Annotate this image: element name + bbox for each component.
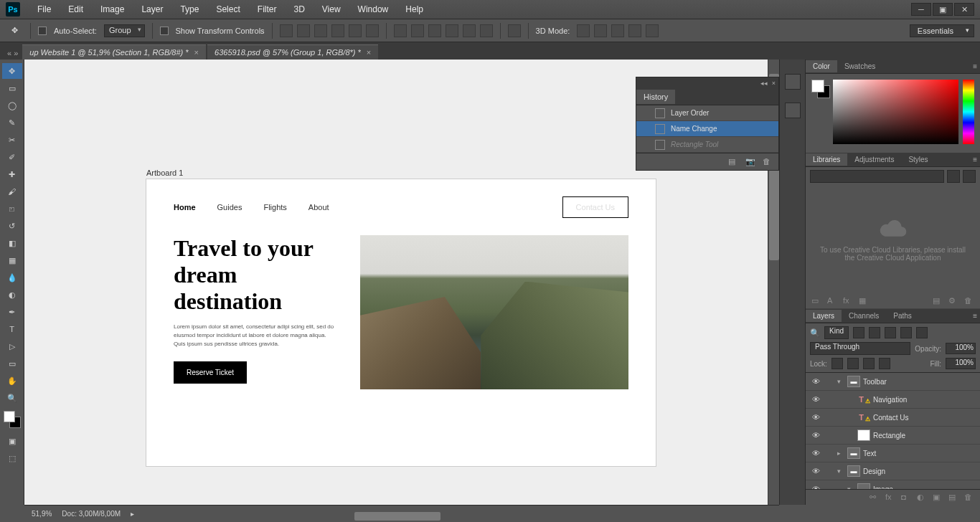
menu-select[interactable]: Select xyxy=(207,1,248,17)
expand-toggle[interactable]: ▸ xyxy=(837,450,844,457)
layer-row[interactable]: 👁▸▬Text xyxy=(806,445,980,462)
align-icon[interactable] xyxy=(280,24,293,37)
layer-name[interactable]: Text xyxy=(863,450,980,457)
fill-input[interactable]: 100% xyxy=(946,358,976,369)
tab-close-icon[interactable]: × xyxy=(194,48,199,57)
menu-help[interactable]: Help xyxy=(397,1,432,17)
close-panel-icon[interactable]: × xyxy=(772,80,776,87)
artboard[interactable]: Home Guides Flights About Contact Us Tra… xyxy=(146,179,656,466)
layers-tab[interactable]: Layers xyxy=(806,310,842,322)
history-tab[interactable]: History xyxy=(636,90,675,104)
tab-close-icon[interactable]: × xyxy=(367,48,371,57)
align-icon[interactable] xyxy=(366,24,379,37)
layer-name[interactable]: Navigation xyxy=(873,396,980,404)
quick-select-tool[interactable]: ✎ xyxy=(2,115,22,130)
new-doc-from-state-icon[interactable]: ▤ xyxy=(728,157,738,167)
distribute-icon[interactable] xyxy=(428,24,441,37)
libraries-tab[interactable]: Libraries xyxy=(806,153,847,166)
3d-icon[interactable] xyxy=(611,24,624,37)
eyedropper-tool[interactable]: ✐ xyxy=(2,149,22,165)
marquee-tool[interactable]: ▭ xyxy=(2,80,22,96)
new-layer-icon[interactable]: ▤ xyxy=(948,493,958,503)
canvas-area[interactable]: Artboard 1 Home Guides Flights About Con… xyxy=(24,60,779,505)
menu-file[interactable]: File xyxy=(29,1,60,17)
fx-icon[interactable]: fx xyxy=(843,296,853,306)
adjustments-tab[interactable]: Adjustments xyxy=(847,153,901,166)
distribute-icon[interactable] xyxy=(394,24,407,37)
gradient-tool[interactable]: ▦ xyxy=(2,252,22,268)
blur-tool[interactable]: 💧 xyxy=(2,270,22,285)
paths-tab[interactable]: Paths xyxy=(886,310,919,322)
layer-row[interactable]: 👁▾▬Image xyxy=(806,480,980,489)
opacity-input[interactable]: 100% xyxy=(946,343,976,354)
shape-tool[interactable]: ▭ xyxy=(2,356,22,371)
layer-name[interactable]: Contact Us xyxy=(873,414,980,422)
snapshot-icon[interactable]: 📷 xyxy=(745,157,755,167)
show-transform-checkbox[interactable] xyxy=(160,27,169,35)
artboard-label[interactable]: Artboard 1 xyxy=(146,169,183,177)
history-brush-tool[interactable]: ↺ xyxy=(2,218,22,234)
visibility-toggle[interactable]: 👁 xyxy=(810,431,821,440)
expand-toggle[interactable]: ▾ xyxy=(837,468,844,475)
filter-smart-icon[interactable] xyxy=(916,327,928,338)
visibility-toggle[interactable]: 👁 xyxy=(810,395,821,404)
distribute-icon[interactable] xyxy=(463,24,476,37)
visibility-toggle[interactable]: 👁 xyxy=(810,413,821,422)
color-field[interactable] xyxy=(833,80,958,144)
menu-view[interactable]: View xyxy=(314,1,349,17)
visibility-toggle[interactable]: 👁 xyxy=(810,377,821,386)
prop-icon[interactable]: ⚙ xyxy=(948,296,958,306)
menu-edit[interactable]: Edit xyxy=(60,1,92,17)
quick-mask-tool[interactable]: ▣ xyxy=(2,433,22,449)
align-icon[interactable] xyxy=(297,24,310,37)
filter-shape-icon[interactable] xyxy=(900,327,912,338)
eraser-tool[interactable]: ◧ xyxy=(2,235,22,251)
hand-tool[interactable]: ✋ xyxy=(2,373,22,389)
channels-tab[interactable]: Channels xyxy=(842,310,886,322)
zoom-level[interactable]: 51,9% xyxy=(32,510,52,518)
align-icon[interactable] xyxy=(349,24,362,37)
layer-name[interactable]: Rectangle xyxy=(873,432,980,440)
history-item[interactable]: Rectangle Tool xyxy=(636,137,778,153)
menu-layer[interactable]: Layer xyxy=(133,1,171,17)
trash-icon[interactable]: 🗑 xyxy=(964,296,974,306)
path-select-tool[interactable]: ▷ xyxy=(2,338,22,354)
history-item[interactable]: Layer Order xyxy=(636,105,778,121)
dock-icon[interactable] xyxy=(785,103,801,118)
fill-icon[interactable]: ▦ xyxy=(859,296,869,306)
move-tool[interactable]: ✥ xyxy=(2,63,22,79)
document-tab[interactable]: up Website 1 @ 51,9% (Section 1, RGB/8#)… xyxy=(22,44,206,60)
layer-row[interactable]: 👁▾▬Toolbar xyxy=(806,373,980,391)
prop-icon[interactable]: ▤ xyxy=(933,296,943,306)
doc-size[interactable]: Doc: 3,00M/8,00M xyxy=(62,510,121,518)
3d-icon[interactable] xyxy=(646,24,659,37)
auto-select-checkbox[interactable] xyxy=(38,27,47,35)
distribute-icon[interactable] xyxy=(446,24,458,37)
list-view-icon[interactable] xyxy=(963,170,976,183)
menu-filter[interactable]: Filter xyxy=(249,1,286,17)
visibility-toggle[interactable]: 👁 xyxy=(810,467,821,475)
align-icon[interactable] xyxy=(314,24,327,37)
tab-scroll-arrows[interactable]: « » xyxy=(3,47,22,60)
minimize-button[interactable]: ─ xyxy=(911,3,931,16)
layer-row[interactable]: 👁Rectangle xyxy=(806,427,980,445)
zoom-tool[interactable]: 🔍 xyxy=(2,390,22,406)
layer-fx-icon[interactable]: fx xyxy=(885,493,895,503)
distribute-icon[interactable] xyxy=(480,24,493,37)
character-icon[interactable]: A xyxy=(827,296,837,306)
layer-row[interactable]: 👁▾▬Design xyxy=(806,462,980,480)
screen-mode-tool[interactable]: ⬚ xyxy=(2,450,22,466)
delete-layer-icon[interactable]: 🗑 xyxy=(964,493,974,503)
link-layers-icon[interactable]: ⚯ xyxy=(870,493,880,503)
layer-mask-icon[interactable]: ◘ xyxy=(901,493,911,503)
crop-tool[interactable]: ✂ xyxy=(2,132,22,148)
document-tab[interactable]: 6365918.psd @ 57% (Group 1, RGB/8*) * × xyxy=(207,44,378,60)
3d-icon[interactable] xyxy=(577,24,590,37)
libraries-dropdown[interactable] xyxy=(810,170,944,183)
layer-filter-kind[interactable]: Kind xyxy=(824,326,849,339)
color-tab[interactable]: Color xyxy=(806,60,837,72)
lock-all-icon[interactable] xyxy=(879,358,890,369)
collapse-icon[interactable]: ◂◂ xyxy=(760,80,768,87)
lock-transparent-icon[interactable] xyxy=(831,358,843,369)
visibility-toggle[interactable]: 👁 xyxy=(810,449,821,457)
